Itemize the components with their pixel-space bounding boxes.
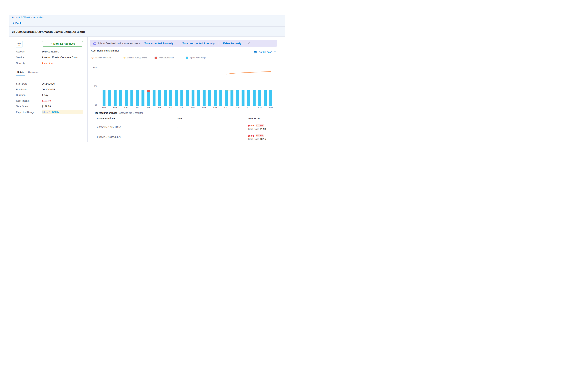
svg-text:aws: aws — [17, 43, 20, 45]
